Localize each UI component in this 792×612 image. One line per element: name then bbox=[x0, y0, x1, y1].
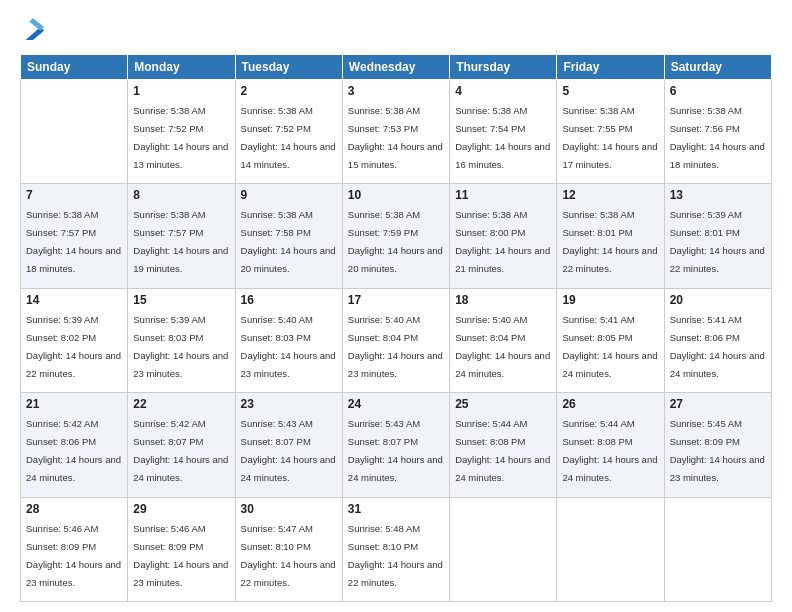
day-number: 20 bbox=[670, 293, 766, 307]
weekday-header-thursday: Thursday bbox=[450, 55, 557, 80]
week-row-1: 7 Sunrise: 5:38 AMSunset: 7:57 PMDayligh… bbox=[21, 184, 772, 288]
weekday-header-saturday: Saturday bbox=[664, 55, 771, 80]
day-number: 15 bbox=[133, 293, 229, 307]
day-detail: Sunrise: 5:38 AMSunset: 7:55 PMDaylight:… bbox=[562, 105, 657, 170]
day-number: 24 bbox=[348, 397, 444, 411]
day-cell: 10 Sunrise: 5:38 AMSunset: 7:59 PMDaylig… bbox=[342, 184, 449, 288]
weekday-header-tuesday: Tuesday bbox=[235, 55, 342, 80]
day-cell: 6 Sunrise: 5:38 AMSunset: 7:56 PMDayligh… bbox=[664, 80, 771, 184]
day-number: 19 bbox=[562, 293, 658, 307]
week-row-0: 1 Sunrise: 5:38 AMSunset: 7:52 PMDayligh… bbox=[21, 80, 772, 184]
day-number: 27 bbox=[670, 397, 766, 411]
day-number: 13 bbox=[670, 188, 766, 202]
week-row-2: 14 Sunrise: 5:39 AMSunset: 8:02 PMDaylig… bbox=[21, 288, 772, 392]
day-cell: 2 Sunrise: 5:38 AMSunset: 7:52 PMDayligh… bbox=[235, 80, 342, 184]
day-number: 2 bbox=[241, 84, 337, 98]
day-cell: 31 Sunrise: 5:48 AMSunset: 8:10 PMDaylig… bbox=[342, 497, 449, 601]
day-number: 6 bbox=[670, 84, 766, 98]
day-cell: 3 Sunrise: 5:38 AMSunset: 7:53 PMDayligh… bbox=[342, 80, 449, 184]
day-cell: 9 Sunrise: 5:38 AMSunset: 7:58 PMDayligh… bbox=[235, 184, 342, 288]
day-number: 3 bbox=[348, 84, 444, 98]
day-detail: Sunrise: 5:38 AMSunset: 7:54 PMDaylight:… bbox=[455, 105, 550, 170]
day-number: 21 bbox=[26, 397, 122, 411]
day-number: 17 bbox=[348, 293, 444, 307]
day-detail: Sunrise: 5:43 AMSunset: 8:07 PMDaylight:… bbox=[241, 418, 336, 483]
day-number: 4 bbox=[455, 84, 551, 98]
day-detail: Sunrise: 5:44 AMSunset: 8:08 PMDaylight:… bbox=[562, 418, 657, 483]
day-cell bbox=[557, 497, 664, 601]
day-number: 29 bbox=[133, 502, 229, 516]
day-number: 1 bbox=[133, 84, 229, 98]
day-number: 14 bbox=[26, 293, 122, 307]
day-detail: Sunrise: 5:38 AMSunset: 7:56 PMDaylight:… bbox=[670, 105, 765, 170]
page: SundayMondayTuesdayWednesdayThursdayFrid… bbox=[0, 0, 792, 612]
day-cell: 25 Sunrise: 5:44 AMSunset: 8:08 PMDaylig… bbox=[450, 393, 557, 497]
day-cell: 27 Sunrise: 5:45 AMSunset: 8:09 PMDaylig… bbox=[664, 393, 771, 497]
day-detail: Sunrise: 5:39 AMSunset: 8:02 PMDaylight:… bbox=[26, 314, 121, 379]
day-number: 22 bbox=[133, 397, 229, 411]
day-number: 10 bbox=[348, 188, 444, 202]
day-detail: Sunrise: 5:39 AMSunset: 8:01 PMDaylight:… bbox=[670, 209, 765, 274]
day-cell: 17 Sunrise: 5:40 AMSunset: 8:04 PMDaylig… bbox=[342, 288, 449, 392]
day-detail: Sunrise: 5:40 AMSunset: 8:03 PMDaylight:… bbox=[241, 314, 336, 379]
day-detail: Sunrise: 5:38 AMSunset: 8:01 PMDaylight:… bbox=[562, 209, 657, 274]
week-row-3: 21 Sunrise: 5:42 AMSunset: 8:06 PMDaylig… bbox=[21, 393, 772, 497]
day-detail: Sunrise: 5:38 AMSunset: 7:52 PMDaylight:… bbox=[241, 105, 336, 170]
day-detail: Sunrise: 5:39 AMSunset: 8:03 PMDaylight:… bbox=[133, 314, 228, 379]
day-detail: Sunrise: 5:44 AMSunset: 8:08 PMDaylight:… bbox=[455, 418, 550, 483]
week-row-4: 28 Sunrise: 5:46 AMSunset: 8:09 PMDaylig… bbox=[21, 497, 772, 601]
day-detail: Sunrise: 5:38 AMSunset: 7:57 PMDaylight:… bbox=[26, 209, 121, 274]
day-number: 18 bbox=[455, 293, 551, 307]
day-cell: 7 Sunrise: 5:38 AMSunset: 7:57 PMDayligh… bbox=[21, 184, 128, 288]
day-number: 23 bbox=[241, 397, 337, 411]
day-cell bbox=[450, 497, 557, 601]
day-detail: Sunrise: 5:48 AMSunset: 8:10 PMDaylight:… bbox=[348, 523, 443, 588]
day-number: 28 bbox=[26, 502, 122, 516]
weekday-header-monday: Monday bbox=[128, 55, 235, 80]
day-detail: Sunrise: 5:38 AMSunset: 7:59 PMDaylight:… bbox=[348, 209, 443, 274]
day-cell: 4 Sunrise: 5:38 AMSunset: 7:54 PMDayligh… bbox=[450, 80, 557, 184]
day-detail: Sunrise: 5:38 AMSunset: 7:53 PMDaylight:… bbox=[348, 105, 443, 170]
day-detail: Sunrise: 5:46 AMSunset: 8:09 PMDaylight:… bbox=[26, 523, 121, 588]
day-cell: 23 Sunrise: 5:43 AMSunset: 8:07 PMDaylig… bbox=[235, 393, 342, 497]
day-cell: 28 Sunrise: 5:46 AMSunset: 8:09 PMDaylig… bbox=[21, 497, 128, 601]
day-cell: 16 Sunrise: 5:40 AMSunset: 8:03 PMDaylig… bbox=[235, 288, 342, 392]
day-cell: 11 Sunrise: 5:38 AMSunset: 8:00 PMDaylig… bbox=[450, 184, 557, 288]
weekday-header-friday: Friday bbox=[557, 55, 664, 80]
header bbox=[20, 16, 772, 46]
day-number: 12 bbox=[562, 188, 658, 202]
weekday-header-sunday: Sunday bbox=[21, 55, 128, 80]
logo-icon bbox=[22, 14, 44, 42]
day-detail: Sunrise: 5:46 AMSunset: 8:09 PMDaylight:… bbox=[133, 523, 228, 588]
day-cell: 30 Sunrise: 5:47 AMSunset: 8:10 PMDaylig… bbox=[235, 497, 342, 601]
day-cell: 15 Sunrise: 5:39 AMSunset: 8:03 PMDaylig… bbox=[128, 288, 235, 392]
day-cell: 12 Sunrise: 5:38 AMSunset: 8:01 PMDaylig… bbox=[557, 184, 664, 288]
day-detail: Sunrise: 5:47 AMSunset: 8:10 PMDaylight:… bbox=[241, 523, 336, 588]
day-number: 5 bbox=[562, 84, 658, 98]
day-cell: 14 Sunrise: 5:39 AMSunset: 8:02 PMDaylig… bbox=[21, 288, 128, 392]
day-detail: Sunrise: 5:41 AMSunset: 8:06 PMDaylight:… bbox=[670, 314, 765, 379]
day-number: 30 bbox=[241, 502, 337, 516]
logo bbox=[20, 16, 44, 46]
day-cell: 24 Sunrise: 5:43 AMSunset: 8:07 PMDaylig… bbox=[342, 393, 449, 497]
weekday-header-row: SundayMondayTuesdayWednesdayThursdayFrid… bbox=[21, 55, 772, 80]
day-number: 26 bbox=[562, 397, 658, 411]
day-detail: Sunrise: 5:40 AMSunset: 8:04 PMDaylight:… bbox=[348, 314, 443, 379]
day-detail: Sunrise: 5:38 AMSunset: 8:00 PMDaylight:… bbox=[455, 209, 550, 274]
svg-marker-1 bbox=[29, 18, 44, 31]
day-number: 31 bbox=[348, 502, 444, 516]
day-number: 9 bbox=[241, 188, 337, 202]
day-number: 11 bbox=[455, 188, 551, 202]
day-detail: Sunrise: 5:45 AMSunset: 8:09 PMDaylight:… bbox=[670, 418, 765, 483]
day-detail: Sunrise: 5:42 AMSunset: 8:07 PMDaylight:… bbox=[133, 418, 228, 483]
day-cell: 29 Sunrise: 5:46 AMSunset: 8:09 PMDaylig… bbox=[128, 497, 235, 601]
day-cell bbox=[664, 497, 771, 601]
day-detail: Sunrise: 5:42 AMSunset: 8:06 PMDaylight:… bbox=[26, 418, 121, 483]
day-detail: Sunrise: 5:40 AMSunset: 8:04 PMDaylight:… bbox=[455, 314, 550, 379]
day-cell bbox=[21, 80, 128, 184]
weekday-header-wednesday: Wednesday bbox=[342, 55, 449, 80]
day-cell: 8 Sunrise: 5:38 AMSunset: 7:57 PMDayligh… bbox=[128, 184, 235, 288]
day-detail: Sunrise: 5:38 AMSunset: 7:52 PMDaylight:… bbox=[133, 105, 228, 170]
day-cell: 26 Sunrise: 5:44 AMSunset: 8:08 PMDaylig… bbox=[557, 393, 664, 497]
day-detail: Sunrise: 5:38 AMSunset: 7:57 PMDaylight:… bbox=[133, 209, 228, 274]
